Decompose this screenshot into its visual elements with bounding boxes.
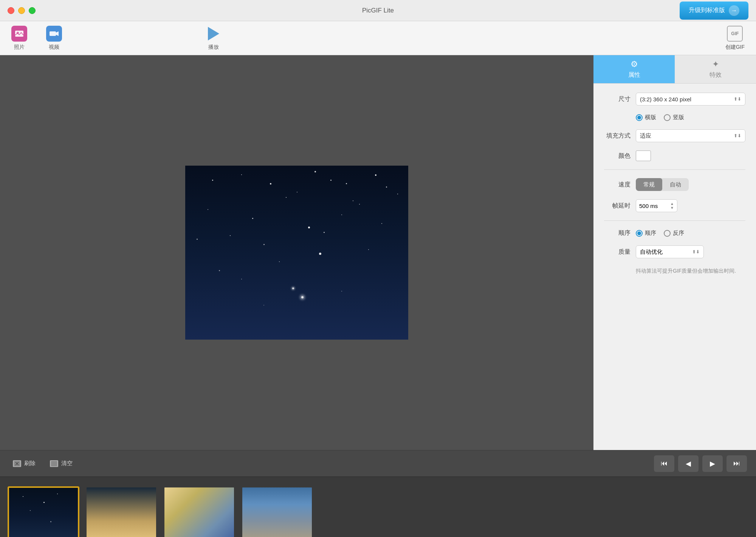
order-reverse[interactable]: 反序 bbox=[664, 230, 684, 237]
order-radio-group: 顺序 反序 bbox=[636, 230, 684, 237]
order-reverse-label: 反序 bbox=[673, 230, 684, 237]
film-thumb-3 bbox=[163, 486, 235, 537]
panel-content: 尺寸 (3:2) 360 x 240 pixel ⬆⬇ 横版 竖版 bbox=[593, 84, 756, 450]
nav-first-button[interactable]: ⏮ bbox=[654, 455, 674, 472]
size-value: (3:2) 360 x 240 pixel bbox=[640, 96, 691, 102]
nav-prev-button[interactable]: ◀ bbox=[678, 455, 699, 472]
photo-icon bbox=[14, 29, 24, 39]
properties-tab-label: 属性 bbox=[628, 71, 640, 79]
quality-select[interactable]: 自动优化 ⬆⬇ bbox=[636, 245, 704, 258]
order-row: 顺序 顺序 反序 bbox=[604, 229, 745, 237]
toolbar-video[interactable]: 视频 bbox=[46, 26, 62, 51]
size-row: 尺寸 (3:2) 360 x 240 pixel ⬆⬇ bbox=[604, 93, 745, 106]
speed-toggle: 常规 自动 bbox=[636, 178, 689, 191]
toolbar: 照片 视频 播放 GIF 创建GIF bbox=[0, 21, 756, 55]
size-select-arrow: ⬆⬇ bbox=[734, 96, 741, 102]
bottom-toolbar: 刷除 清空 ⏮ ◀ ▶ ⏭ bbox=[0, 450, 756, 476]
stepper-up[interactable]: ▲ bbox=[670, 202, 674, 206]
film-sky4-bg bbox=[242, 487, 312, 537]
toolbar-play[interactable]: 播放 bbox=[206, 26, 222, 51]
size-label: 尺寸 bbox=[604, 95, 631, 103]
nav-next-button[interactable]: ▶ bbox=[702, 455, 723, 472]
clear-icon bbox=[50, 460, 58, 467]
radio-horizontal-dot bbox=[636, 114, 643, 121]
quality-row: 质量 自动优化 ⬆⬇ bbox=[604, 245, 745, 258]
speed-auto-btn[interactable]: 自动 bbox=[662, 178, 689, 191]
clear-button[interactable]: 清空 bbox=[46, 458, 76, 469]
film-item-1[interactable]: 1 bbox=[8, 486, 79, 537]
preview-area bbox=[0, 55, 593, 450]
orientation-vertical[interactable]: 竖版 bbox=[664, 114, 684, 121]
orientation-horizontal-label: 横版 bbox=[645, 114, 656, 121]
divider-2 bbox=[604, 220, 745, 221]
play-icon-wrap bbox=[206, 26, 222, 42]
quality-select-arrow: ⬆⬇ bbox=[692, 249, 700, 255]
frame-delay-stepper[interactable]: ▲ ▼ bbox=[670, 202, 674, 210]
gif-icon: GIF bbox=[727, 26, 743, 42]
divider-1 bbox=[604, 169, 745, 170]
tab-effects[interactable]: ✦ 特效 bbox=[675, 55, 756, 83]
film-thumb-2 bbox=[85, 486, 157, 537]
fill-row: 填充方式 适应 ⬆⬇ bbox=[604, 129, 745, 142]
order-forward-label: 顺序 bbox=[645, 230, 656, 237]
film-item-2[interactable]: 2 bbox=[85, 486, 157, 537]
delete-icon-svg bbox=[14, 461, 20, 466]
orientation-vertical-label: 竖版 bbox=[673, 114, 684, 121]
preview-image bbox=[185, 166, 408, 340]
video-label: 视频 bbox=[49, 44, 59, 51]
filmstrip: 1 2 3 4 bbox=[0, 476, 756, 537]
traffic-lights bbox=[8, 7, 36, 14]
order-label: 顺序 bbox=[604, 229, 631, 237]
color-picker[interactable] bbox=[636, 151, 651, 161]
film-sky1-bg bbox=[9, 488, 78, 537]
orientation-horizontal[interactable]: 横版 bbox=[636, 114, 656, 121]
speed-row: 速度 常规 自动 bbox=[604, 178, 745, 191]
upgrade-button[interactable]: 升级到标准版 → bbox=[680, 2, 748, 20]
main-content: ⚙ 属性 ✦ 特效 尺寸 (3:2) 360 x 240 pixel ⬆⬇ bbox=[0, 55, 756, 450]
toolbar-photo[interactable]: 照片 bbox=[11, 26, 27, 51]
play-label: 播放 bbox=[208, 44, 219, 51]
tab-properties[interactable]: ⚙ 属性 bbox=[593, 55, 675, 83]
order-forward[interactable]: 顺序 bbox=[636, 230, 656, 237]
fill-select[interactable]: 适应 ⬆⬇ bbox=[636, 129, 745, 142]
minimize-button[interactable] bbox=[18, 7, 25, 14]
clear-label: 清空 bbox=[61, 460, 73, 467]
film-sky2-bg bbox=[87, 487, 156, 537]
delete-icon bbox=[13, 460, 21, 467]
quality-value: 自动优化 bbox=[640, 248, 663, 256]
photo-icon-box bbox=[11, 26, 27, 42]
film-item-3[interactable]: 3 bbox=[163, 486, 235, 537]
film-item-4[interactable]: 4 bbox=[241, 486, 313, 537]
nav-controls: ⏮ ◀ ▶ ⏭ bbox=[654, 455, 747, 472]
orientation-row: 横版 竖版 bbox=[636, 114, 745, 121]
close-button[interactable] bbox=[8, 7, 14, 14]
size-select[interactable]: (3:2) 360 x 240 pixel ⬆⬇ bbox=[636, 93, 745, 106]
fill-value: 适应 bbox=[640, 132, 651, 140]
play-icon bbox=[208, 27, 219, 40]
svg-rect-6 bbox=[51, 461, 57, 466]
delete-button[interactable]: 刷除 bbox=[9, 458, 39, 469]
upgrade-label: 升级到标准版 bbox=[689, 6, 725, 14]
clear-icon-svg bbox=[51, 461, 57, 466]
film-sky3-bg bbox=[164, 487, 234, 537]
frame-delay-value: 500 ms bbox=[639, 203, 658, 209]
speed-label: 速度 bbox=[604, 181, 631, 189]
maximize-button[interactable] bbox=[29, 7, 36, 14]
orientation-radio-group: 横版 竖版 bbox=[636, 114, 684, 121]
quality-label: 质量 bbox=[604, 248, 631, 256]
panel-tabs: ⚙ 属性 ✦ 特效 bbox=[593, 55, 756, 84]
quality-hint: 抖动算法可提升GIF质量但会增加输出时间. bbox=[636, 267, 745, 275]
right-panel: ⚙ 属性 ✦ 特效 尺寸 (3:2) 360 x 240 pixel ⬆⬇ bbox=[593, 55, 756, 450]
film-thumb-4 bbox=[241, 486, 313, 537]
create-gif-label: 创建GIF bbox=[725, 44, 745, 51]
delete-label: 刷除 bbox=[24, 460, 36, 467]
stepper-down[interactable]: ▼ bbox=[670, 206, 674, 210]
fill-label: 填充方式 bbox=[604, 132, 631, 140]
photo-label: 照片 bbox=[14, 44, 25, 51]
radio-reverse-dot bbox=[664, 230, 671, 237]
toolbar-create-gif[interactable]: GIF 创建GIF bbox=[725, 26, 745, 51]
arrow-icon: → bbox=[729, 5, 739, 16]
nav-last-button[interactable]: ⏭ bbox=[727, 455, 747, 472]
speed-normal-btn[interactable]: 常规 bbox=[636, 178, 662, 191]
frame-delay-input[interactable]: 500 ms ▲ ▼ bbox=[636, 199, 677, 212]
